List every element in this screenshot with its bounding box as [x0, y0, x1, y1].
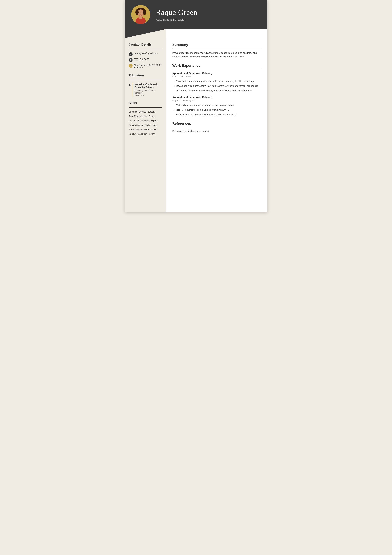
skill-item-5: Scheduling Software - Expert — [129, 128, 162, 131]
job-2-bullet-3: Effectively communicated with patients, … — [176, 113, 261, 117]
job-2-title: Appointment Scheduler, Calendly — [172, 96, 261, 99]
education-item: Bachelor of Science in Computer Science … — [129, 83, 162, 96]
header-decoration — [125, 29, 267, 38]
job-1-bullet-2: Developed a comprehensive training progr… — [176, 84, 261, 88]
references-title: References — [172, 122, 261, 126]
job-2: Appointment Scheduler, Calendly May 2021… — [172, 96, 261, 117]
job-1-bullet-1: Managed a team of 6 appointment schedule… — [176, 79, 261, 83]
address-line2: Alabama — [134, 66, 143, 69]
location-icon: ◉ — [129, 64, 133, 68]
job-2-bullets: Met and exceeded monthly appointment boo… — [172, 103, 261, 117]
svg-point-3 — [135, 9, 139, 15]
phone-icon: ☎ — [129, 58, 133, 62]
header-info: Raque Green Appointment Scheduler — [156, 8, 261, 22]
skill-item-4: Communication Skills - Expert — [129, 124, 162, 126]
summary-title: Summary — [172, 43, 261, 47]
skills-section: Skills Customer Service - Expert Time Ma… — [129, 101, 162, 135]
contact-section: Contact Details ✉ raquegreen@gmail.com ☎… — [129, 43, 162, 69]
resume-document: Raque Green Appointment Scheduler Contac… — [125, 0, 267, 212]
work-experience-title: Work Experience — [172, 64, 261, 68]
edu-school: University of California, Berkeley — [135, 89, 162, 94]
candidate-name: Raque Green — [156, 8, 261, 17]
phone-item: ☎ (397) 048 7655 — [129, 58, 162, 62]
edu-degree: Bachelor of Science in Computer Science — [135, 83, 162, 89]
job-1: Appointment Scheduler, Calendly March 20… — [172, 72, 261, 93]
education-divider — [129, 80, 162, 80]
references-text: References available upon request — [172, 130, 261, 132]
education-section: Education Bachelor of Science in Compute… — [129, 74, 162, 96]
job-1-title: Appointment Scheduler, Calendly — [172, 72, 261, 75]
job-2-bullet-2: Resolved customer complaints in a timely… — [176, 108, 261, 112]
contact-divider — [129, 49, 162, 49]
phone-text: (397) 048 7655 — [134, 58, 149, 60]
email-link[interactable]: raquegreen@gmail.com — [134, 52, 158, 55]
work-experience-divider — [172, 69, 261, 69]
svg-point-8 — [141, 13, 143, 14]
job-2-dates: May 2021 - February 2023 — [172, 99, 261, 102]
svg-point-9 — [140, 14, 141, 15]
email-icon: ✉ — [129, 52, 133, 56]
job-1-bullets: Managed a team of 6 appointment schedule… — [172, 79, 261, 93]
work-experience-section: Work Experience Appointment Scheduler, C… — [172, 64, 261, 117]
skill-item-3: Organizational Skills - Expert — [129, 119, 162, 122]
email-item: ✉ raquegreen@gmail.com — [129, 52, 162, 56]
education-title: Education — [129, 74, 162, 77]
job-1-bullet-3: Utilized an electronic scheduling system… — [176, 89, 261, 93]
references-divider — [172, 127, 261, 127]
job-1-dates: March 2023 - Present — [172, 75, 261, 78]
skill-item-1: Customer Service - Expert — [129, 110, 162, 113]
avatar — [131, 5, 150, 24]
address-line1: New Paulberg, 00796-0885, — [134, 64, 162, 66]
summary-divider — [172, 48, 261, 48]
job-2-bullet-1: Met and exceeded monthly appointment boo… — [176, 103, 261, 107]
header-section: Raque Green Appointment Scheduler — [125, 0, 267, 29]
edu-years: 2017 - 2021 — [135, 94, 162, 96]
skills-divider — [129, 107, 162, 108]
edu-bullet — [129, 84, 131, 86]
skills-title: Skills — [129, 101, 162, 105]
references-section: References References available upon req… — [172, 122, 261, 132]
content-area: Summary Proven track record of managing … — [166, 38, 267, 212]
skill-item-2: Time Management - Expert — [129, 115, 162, 117]
sidebar: Contact Details ✉ raquegreen@gmail.com ☎… — [125, 38, 166, 212]
svg-point-7 — [139, 13, 140, 14]
content-spacer — [166, 29, 267, 38]
candidate-title: Appointment Scheduler — [156, 18, 261, 21]
main-layout: Contact Details ✉ raquegreen@gmail.com ☎… — [125, 38, 267, 212]
contact-title: Contact Details — [129, 43, 162, 46]
address-text: New Paulberg, 00796-0885, Alabama — [134, 64, 162, 69]
skill-item-6: Conflict Resolution - Expert — [129, 133, 162, 135]
svg-rect-6 — [139, 16, 142, 19]
svg-point-4 — [143, 9, 146, 15]
summary-text: Proven track record of managing appointm… — [172, 51, 261, 58]
address-item: ◉ New Paulberg, 00796-0885, Alabama — [129, 64, 162, 69]
summary-section: Summary Proven track record of managing … — [172, 43, 261, 58]
edu-content: Bachelor of Science in Computer Science … — [133, 83, 162, 96]
